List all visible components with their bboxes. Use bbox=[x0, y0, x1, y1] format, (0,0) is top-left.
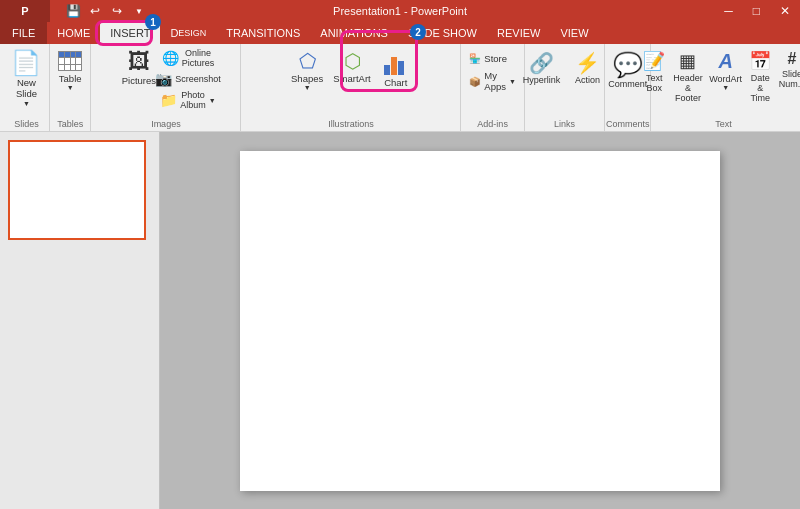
photo-album-icon: 📁 bbox=[160, 92, 177, 108]
slide-panel: 1 bbox=[0, 132, 160, 509]
store-label: Store bbox=[484, 53, 507, 64]
online-pictures-btn[interactable]: 🌐 OnlinePictures bbox=[162, 48, 214, 68]
tab-transitions[interactable]: TRANSITIONS bbox=[216, 22, 310, 44]
hyperlink-icon: 🔗 bbox=[529, 51, 554, 75]
chart-btn[interactable]: Chart bbox=[377, 48, 415, 114]
minimize-btn[interactable]: ─ bbox=[714, 4, 743, 18]
header-footer-btn[interactable]: ▦ Header& Footer bbox=[669, 48, 707, 114]
close-btn[interactable]: ✕ bbox=[770, 4, 800, 18]
main-slide-area bbox=[160, 132, 800, 509]
illustrations-group-label: Illustrations bbox=[328, 117, 374, 129]
slide-panel-item[interactable]: 1 bbox=[8, 140, 151, 240]
tables-group-label: Tables bbox=[57, 117, 83, 129]
header-footer-icon: ▦ bbox=[679, 50, 696, 72]
new-slide-icon: 📄 bbox=[11, 51, 41, 75]
photo-album-arrow: ▼ bbox=[209, 97, 216, 104]
table-btn[interactable]: Table ▼ bbox=[51, 48, 89, 114]
slides-group-label: Slides bbox=[14, 117, 39, 129]
smartart-label: SmartArt bbox=[333, 73, 370, 84]
ribbon-group-images: 🖼 Pictures 🌐 OnlinePictures 📷 Screenshot… bbox=[91, 44, 241, 131]
new-slide-label: New Slide bbox=[16, 77, 37, 100]
online-pictures-label: OnlinePictures bbox=[182, 48, 215, 68]
ribbon-group-slides: 📄 New Slide ▼ Slides bbox=[4, 44, 50, 131]
hyperlink-label: Hyperlink bbox=[523, 75, 561, 85]
redo-quick-btn[interactable]: ↪ bbox=[108, 2, 126, 20]
tab-home[interactable]: HOME bbox=[47, 22, 100, 44]
my-apps-label: My Apps bbox=[484, 70, 506, 92]
badge-1: 1 bbox=[145, 14, 161, 30]
hyperlink-btn[interactable]: 🔗 Hyperlink bbox=[520, 48, 564, 114]
slide-num-label: SlideNum... bbox=[779, 69, 800, 89]
images-group-label: Images bbox=[151, 117, 181, 129]
ribbon-group-text: 📝 TextBox ▦ Header& Footer A WordArt ▼ 📅… bbox=[651, 44, 796, 131]
screenshot-btn[interactable]: 📷 Screenshot bbox=[162, 69, 214, 89]
date-time-btn[interactable]: 📅 Date &Time bbox=[745, 48, 776, 114]
addins-group-label: Add-ins bbox=[477, 117, 508, 129]
header-footer-label: Header& Footer bbox=[672, 73, 704, 103]
chart-label: Chart bbox=[384, 77, 407, 88]
photo-album-label: Photo Album bbox=[180, 90, 206, 110]
links-items: 🔗 Hyperlink ⚡ Action bbox=[520, 48, 610, 117]
text-box-btn[interactable]: 📝 TextBox bbox=[640, 48, 668, 114]
slides-items: 📄 New Slide ▼ bbox=[4, 48, 48, 117]
pictures-btn[interactable]: 🖼 Pictures bbox=[118, 48, 160, 114]
window-title: Presentation1 - PowerPoint bbox=[333, 5, 467, 17]
quick-access-toolbar: 💾 ↩ ↪ ▼ bbox=[60, 0, 148, 22]
wordart-arrow: ▼ bbox=[722, 84, 729, 91]
images-small-btns: 🌐 OnlinePictures 📷 Screenshot 📁 Photo Al… bbox=[162, 48, 214, 110]
date-time-icon: 📅 bbox=[749, 50, 771, 72]
screenshot-label: Screenshot bbox=[175, 74, 221, 84]
maximize-btn[interactable]: □ bbox=[743, 4, 770, 18]
new-slide-arrow: ▼ bbox=[23, 100, 30, 108]
main-slide[interactable] bbox=[240, 151, 720, 491]
shapes-arrow: ▼ bbox=[304, 84, 311, 92]
text-group-label: Text bbox=[715, 117, 732, 129]
slide-num-icon: # bbox=[787, 50, 796, 68]
tab-review[interactable]: REVIEW bbox=[487, 22, 550, 44]
my-apps-icon: 📦 bbox=[469, 76, 481, 87]
text-items: 📝 TextBox ▦ Header& Footer A WordArt ▼ 📅… bbox=[640, 48, 800, 117]
new-slide-btn[interactable]: 📄 New Slide ▼ bbox=[4, 48, 48, 114]
undo-quick-btn[interactable]: ↩ bbox=[86, 2, 104, 20]
tables-items: Table ▼ bbox=[51, 48, 89, 117]
shapes-btn[interactable]: ⬠ Shapes ▼ bbox=[287, 48, 327, 114]
action-btn[interactable]: ⚡ Action bbox=[566, 48, 610, 114]
my-apps-btn[interactable]: 📦 My Apps ▼ bbox=[466, 68, 519, 94]
tab-file[interactable]: FILE bbox=[0, 22, 47, 44]
addins-items: 🏪 Store 📦 My Apps ▼ bbox=[466, 48, 519, 114]
text-box-icon: 📝 bbox=[643, 50, 665, 72]
badge-2: 2 bbox=[410, 24, 426, 40]
illustrations-items: ⬠ Shapes ▼ ⬡ SmartArt Chart bbox=[287, 48, 415, 117]
wordart-icon: A bbox=[718, 50, 732, 73]
action-label: Action bbox=[575, 75, 600, 85]
comments-group-label: Comments bbox=[606, 117, 650, 129]
store-btn[interactable]: 🏪 Store bbox=[466, 51, 519, 66]
table-label: Table bbox=[59, 73, 82, 84]
smartart-btn[interactable]: ⬡ SmartArt bbox=[329, 48, 374, 114]
tab-design[interactable]: DESIGN bbox=[160, 22, 216, 44]
ribbon-group-tables: Table ▼ Tables bbox=[50, 44, 91, 131]
ribbon: 📄 New Slide ▼ Slides Table ▼ Tables bbox=[0, 44, 800, 132]
photo-album-btn[interactable]: 📁 Photo Album ▼ bbox=[162, 90, 214, 110]
online-pictures-icon: 🌐 bbox=[162, 50, 179, 66]
smartart-icon: ⬡ bbox=[344, 51, 361, 71]
slide-num-btn[interactable]: # SlideNum... bbox=[777, 48, 800, 114]
shapes-icon: ⬠ bbox=[299, 51, 316, 71]
file-tab-icon: P bbox=[21, 5, 28, 17]
images-items: 🖼 Pictures 🌐 OnlinePictures 📷 Screenshot… bbox=[118, 48, 214, 117]
wordart-btn[interactable]: A WordArt ▼ bbox=[708, 48, 744, 114]
slide-thumbnail[interactable] bbox=[8, 140, 146, 240]
save-quick-btn[interactable]: 💾 bbox=[64, 2, 82, 20]
store-icon: 🏪 bbox=[469, 53, 481, 64]
tab-animations[interactable]: ANIMATIONS bbox=[310, 22, 398, 44]
table-icon bbox=[58, 51, 82, 71]
action-icon: ⚡ bbox=[575, 51, 600, 75]
ribbon-group-illustrations: ⬠ Shapes ▼ ⬡ SmartArt Chart Illustration… bbox=[241, 44, 461, 131]
wordart-label: WordArt bbox=[709, 74, 742, 84]
ribbon-group-links: 🔗 Hyperlink ⚡ Action Links bbox=[525, 44, 605, 131]
tab-view[interactable]: VIEW bbox=[550, 22, 598, 44]
comment-icon: 💬 bbox=[613, 51, 643, 79]
text-box-label: TextBox bbox=[646, 73, 663, 93]
shapes-label: Shapes bbox=[291, 73, 323, 84]
chart-icon bbox=[384, 51, 408, 75]
